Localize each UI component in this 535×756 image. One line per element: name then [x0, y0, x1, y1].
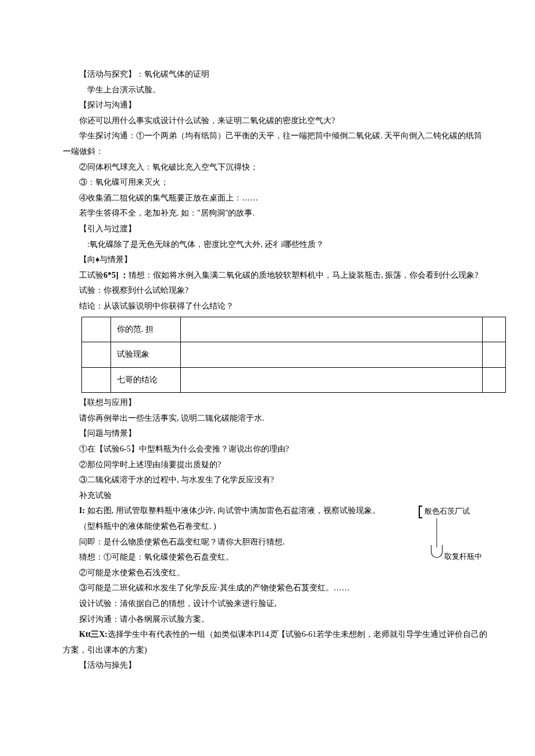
- table-row: 试验现象: [82, 342, 506, 368]
- text: 选择学生中有代表性的一组（如类似课本Pl14: [108, 630, 269, 639]
- diagram-label-bottom: 取复杆瓶中: [444, 550, 482, 564]
- document-body: 【活动与探究】：氧化碳气体的证明 学生上台演示试脸。 【探讨与沟通】 你还可以用…: [47, 67, 488, 673]
- diagram-container: 般色石茨厂试 取复杆瓶中 I: 如右图, 用试管取整料瓶中液体少许, 向试管中滴…: [47, 503, 488, 550]
- paragraph: :氧化碟除了是无色无味的气体，密度比空气大外, 还彳i哪些性质？: [63, 237, 488, 253]
- bold-text: Ktt三X:: [79, 630, 108, 639]
- paragraph: ②同体积气球充入：氧化破比充入空气下沉得快；: [63, 160, 488, 175]
- experiment-table: 你的范. 担 试验现象 七哥的结论: [81, 317, 506, 393]
- paragraph: 学生上台演示试脸。: [63, 83, 488, 98]
- test-tube-icon: [431, 545, 443, 558]
- text: 学生探讨沟通：①一个两弟（均有纸筒）己平衡的天平，往一端把筒中倾倒二氧化碳. 天…: [63, 131, 482, 156]
- table-cell-value: [181, 317, 483, 342]
- paragraph: ②那位同学时上述理由须要提出质疑的?: [63, 457, 488, 473]
- section-heading: 【联想与应用】: [63, 395, 488, 411]
- bold-text: I:: [79, 506, 87, 515]
- text: 猜想：假如将水例入集满二氧化碳的质地较软塑料机中，马上旋装瓶击, 振荡，你会看到…: [129, 271, 478, 280]
- table-cell-blank: [483, 367, 506, 393]
- paragraph: 若学生答得不全，老加补充. 如："居狗洞"的故事.: [63, 206, 488, 221]
- section-heading: 【探讨与沟通】: [63, 98, 488, 113]
- table-cell-blank: [82, 317, 111, 342]
- section-heading: 【活动与操先】: [63, 658, 488, 673]
- table-cell-blank: [483, 317, 506, 342]
- paragraph: 工试验6*5] ：猜想：假如将水例入集满二氧化碳的质地较软塑料机中，马上旋装瓶击…: [63, 268, 488, 284]
- paragraph: 探讨沟通：请小各纲展示试脸方案。: [63, 612, 488, 628]
- paragraph: 结论：从该试躲说明中你获得了什么结论？: [63, 299, 488, 314]
- test-tube-diagram: 般色石茨厂试 取复杆瓶中: [419, 503, 488, 573]
- paragraph: ③可能是二班化碳和水发生了化学反应·其生成的产物使紫色石芨变红。……: [63, 581, 488, 596]
- table-cell-blank: [82, 367, 111, 393]
- paragraph: 试验：你视察到什么试蛤现象?: [63, 283, 488, 299]
- paragraph: 你还可以用什么事实或设计什么试验，来证明二氧化碳的密度比空气大?: [63, 113, 488, 129]
- bold-text: 6*5] ：: [104, 271, 129, 280]
- text: 如右图, 用试管取整料瓶中液体少许, 向试管中滴加雷色石盆溶液，视察试验现象。: [87, 506, 380, 515]
- text: 工试验: [79, 271, 104, 280]
- paragraph: 设计试验：清依据自己的猜想，设计个试验来进行脸证,: [63, 596, 488, 612]
- table-cell-value: [181, 367, 483, 393]
- paragraph: 【活动与探究】：氧化碳气体的证明: [63, 67, 488, 83]
- bracket-icon: [419, 506, 422, 518]
- table-row: 七哥的结论: [82, 367, 506, 393]
- table-cell-label: 七哥的结论: [111, 367, 181, 393]
- paragraph: Ktt三X:选择学生中有代表性的一组（如类似课本Pl14页【试验6-61若学生未…: [63, 627, 488, 658]
- paragraph: ①在【试验6-5】中型料瓶为什么会变推？谢说出你的理由?: [63, 442, 488, 457]
- section-heading: 【向♦与情景】: [63, 252, 488, 268]
- table-row: 你的范. 担: [82, 317, 506, 342]
- diagram-label-top: 般色石茨厂试: [425, 504, 470, 519]
- section-heading: 【引入与过渡】: [63, 221, 488, 237]
- table-cell-blank: [483, 342, 506, 368]
- paragraph: ③二辄化碳溶于水的过程中, 与水发生了化学反应没有?: [63, 472, 488, 488]
- table-cell-blank: [82, 342, 111, 368]
- paragraph: 请你再例举出一些生活事实, 说明二辄化碳能溶于水.: [63, 411, 488, 427]
- paragraph: ③：氧化碟可用来灭火；: [63, 175, 488, 191]
- italic-text: 页: [269, 630, 277, 639]
- table-cell-label: 你的范. 担: [111, 317, 181, 342]
- paragraph: ④收集酒二狙化碳的集气瓶要正放在桌面上：……: [63, 191, 488, 206]
- paragraph: 补充试验: [63, 488, 488, 504]
- diagram-line: [436, 518, 437, 547]
- paragraph: 学生探讨沟通：①一个两弟（均有纸筒）己平衡的天平，往一端把筒中倾倒二氧化碳. 天…: [63, 128, 488, 159]
- table-cell-value: [181, 342, 483, 368]
- table-cell-label: 试验现象: [111, 342, 181, 368]
- section-heading: 【问题与情景】: [63, 426, 488, 442]
